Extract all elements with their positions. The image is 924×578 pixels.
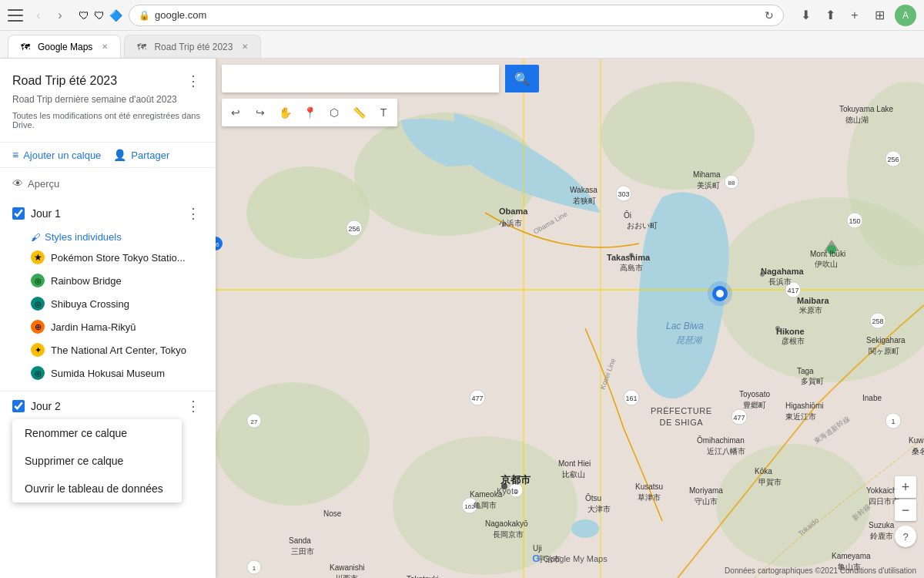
- svg-point-1: [246, 166, 370, 259]
- jour2-more-button[interactable]: ⋮: [183, 396, 203, 416]
- map-tools: ↩ ↪ ✋ 📍 ⬡ 📏 T: [222, 99, 397, 126]
- place-shibuya[interactable]: ◎ Shibuya Crossing: [0, 292, 216, 315]
- svg-text:303: 303: [618, 190, 629, 198]
- zoom-in-button[interactable]: +: [895, 476, 916, 498]
- attribution-text: Données cartographiques ©2021: [725, 566, 838, 575]
- share-button[interactable]: 👤 Partager: [113, 149, 169, 161]
- sidebar-title: Road Trip été 2023: [12, 74, 117, 88]
- reload-button[interactable]: ↻: [765, 9, 774, 22]
- tab-maps[interactable]: 🗺 Google Maps ✕: [8, 35, 121, 58]
- tab-maps-close[interactable]: ✕: [102, 42, 108, 51]
- roadtrip-favicon: 🗺: [137, 42, 148, 52]
- forward-button[interactable]: ›: [51, 6, 69, 25]
- privacy-icon: 🛡: [79, 9, 89, 22]
- place-art[interactable]: ✦ The National Art Center, Tokyo: [0, 338, 216, 361]
- sidebar-more-button[interactable]: ⋮: [183, 71, 203, 91]
- sumida-icon: ◎: [31, 366, 45, 380]
- measure-button[interactable]: 📏: [348, 102, 370, 123]
- download-button[interactable]: ⬇: [796, 6, 815, 25]
- zoom-controls: + − ?: [895, 476, 916, 547]
- rename-menu-item[interactable]: Renommer ce calque: [12, 419, 182, 447]
- svg-point-47: [760, 272, 765, 277]
- new-tab-button[interactable]: +: [845, 6, 864, 25]
- shape-button[interactable]: ⬡: [323, 102, 345, 123]
- svg-point-48: [775, 326, 780, 331]
- search-input[interactable]: [222, 65, 499, 92]
- pan-button[interactable]: ✋: [274, 102, 296, 123]
- layers-icon: ≡: [12, 149, 18, 161]
- map-toolbar: 🔍: [222, 65, 918, 92]
- url-bar[interactable]: 🔒 google.com ↻: [129, 5, 784, 26]
- google-logo-icon: G: [532, 553, 540, 564]
- place-hama[interactable]: ⊕ Jardin Hama-Rikyū: [0, 315, 216, 338]
- place-pokemon[interactable]: ★ Pokémon Store Tokyo Statio...: [0, 246, 216, 269]
- open-data-menu-item[interactable]: Ouvrir le tableau de données: [12, 475, 182, 502]
- svg-text:16: 16: [216, 241, 219, 248]
- jour2-checkbox[interactable]: [12, 400, 25, 412]
- zoom-out-button[interactable]: −: [895, 499, 916, 521]
- shibuya-name: Shibuya Crossing: [51, 298, 129, 310]
- lock-icon: 🔒: [139, 10, 150, 21]
- browser-chrome: ‹ › 🛡 🛡 🔷 🔒 google.com ↻ ⬇ ⬆ + ⊞ A: [0, 0, 924, 31]
- styles-icon: 🖌: [31, 232, 40, 243]
- svg-text:162: 162: [464, 503, 475, 510]
- svg-text:161: 161: [625, 395, 637, 402]
- sumida-name: Sumida Hokusai Museum: [51, 368, 165, 379]
- svg-point-7: [716, 444, 870, 567]
- svg-point-46: [629, 253, 634, 257]
- map-pin[interactable]: [706, 280, 734, 307]
- browser-actions: ⬇ ⬆ + ⊞ A: [796, 5, 916, 26]
- marker-button[interactable]: 📍: [299, 102, 320, 123]
- styles-link[interactable]: 🖌 Styles individuels: [0, 228, 216, 246]
- avatar[interactable]: A: [895, 5, 916, 26]
- styles-label: Styles individuels: [45, 231, 122, 243]
- svg-text:1: 1: [253, 565, 256, 572]
- zoom-help-button[interactable]: ?: [895, 526, 916, 547]
- sidebar-title-row: Road Trip été 2023 ⋮: [12, 71, 203, 91]
- map-attribution: Données cartographiques ©2021 Conditions…: [725, 566, 916, 575]
- preview-label: Aperçu: [28, 178, 59, 190]
- tab-roadtrip-close[interactable]: ✕: [242, 42, 248, 51]
- jour2-header: Jour 2 ⋮: [0, 391, 216, 421]
- svg-point-45: [502, 222, 507, 227]
- redo-button[interactable]: ↪: [249, 102, 271, 123]
- jour1-more-button[interactable]: ⋮: [183, 203, 203, 223]
- search-icon: 🔍: [514, 72, 530, 86]
- security-icon: 🛡: [94, 9, 105, 22]
- jour2-header-left: Jour 2: [12, 400, 61, 412]
- grid-button[interactable]: ⊞: [870, 6, 889, 25]
- pokemon-icon: ★: [31, 250, 45, 264]
- svg-text:88: 88: [728, 180, 735, 187]
- preview-button[interactable]: 👁 Aperçu: [12, 177, 59, 190]
- search-button[interactable]: 🔍: [505, 65, 539, 92]
- svg-text:1: 1: [514, 488, 518, 495]
- delete-menu-item[interactable]: Supprimer ce calque: [12, 447, 182, 475]
- svg-point-51: [827, 245, 836, 254]
- extension-icon: 🔷: [109, 9, 122, 22]
- map-svg: 256 303 88 256 150 417 258 477 161 477 1…: [216, 59, 924, 578]
- undo-button[interactable]: ↩: [225, 102, 246, 123]
- google-maps-label: Google My Maps: [543, 554, 607, 563]
- svg-point-3: [601, 82, 755, 190]
- jour1-header: Jour 1 ⋮: [0, 199, 216, 228]
- tab-roadtrip[interactable]: 🗺 Road Trip été 2023 ✕: [124, 35, 261, 58]
- text-button[interactable]: T: [373, 102, 394, 123]
- share-icon: 👤: [113, 149, 126, 161]
- jour1-checkbox[interactable]: [12, 207, 25, 220]
- add-layer-button[interactable]: ≡ Ajouter un calque: [12, 149, 101, 161]
- place-sumida[interactable]: ◎ Sumida Hokusai Museum: [0, 361, 216, 385]
- back-button[interactable]: ‹: [29, 6, 48, 25]
- place-rainbow[interactable]: ◎ Rainbow Bridge: [0, 269, 216, 292]
- share-browser-button[interactable]: ⬆: [821, 6, 839, 25]
- terms-link[interactable]: Conditions d'utilisation: [840, 566, 916, 575]
- svg-text:1: 1: [891, 418, 895, 425]
- rainbow-icon: ◎: [31, 274, 45, 287]
- map-area[interactable]: 256 303 88 256 150 417 258 477 161 477 1…: [216, 59, 924, 578]
- sidebar-header: Road Trip été 2023 ⋮ Road Trip dernière …: [0, 59, 216, 143]
- sidebar-subtitle: Road Trip dernière semaine d'août 2023: [12, 94, 203, 105]
- url-text: google.com: [155, 9, 760, 21]
- svg-text:258: 258: [872, 318, 883, 325]
- sidebar-content: 👁 Aperçu Jour 1 ⋮ 🖌 Styles individuels: [0, 168, 216, 578]
- sidebar-toggle[interactable]: [8, 9, 23, 22]
- maps-favicon: 🗺: [21, 42, 32, 52]
